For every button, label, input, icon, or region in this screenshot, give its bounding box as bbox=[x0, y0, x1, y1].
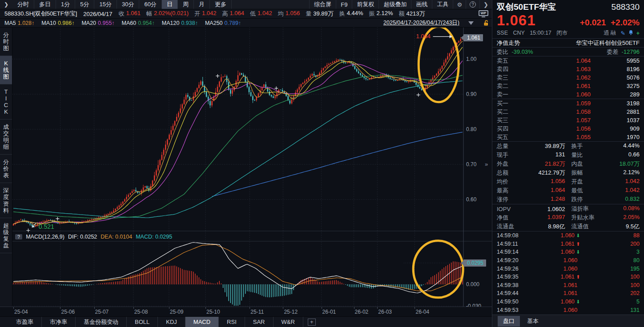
left-sidebar: 分时图K线图TICK成交明细分价表深度资料超级复盘 bbox=[0, 28, 12, 307]
indicator-tab-W&R[interactable]: W&R bbox=[274, 317, 303, 327]
event-marker bbox=[417, 93, 420, 97]
period-tab-30分[interactable]: 30分 bbox=[117, 0, 139, 9]
nav-row[interactable]: 净值走势 华宝中证科创创业50ETF bbox=[492, 38, 644, 47]
indicator-tab-RSI[interactable]: RSI bbox=[219, 317, 245, 327]
order-price: 1.056 bbox=[508, 125, 591, 132]
stat-row: 均价1.056开盘1.042 bbox=[492, 177, 644, 186]
order-price: 1.063 bbox=[508, 66, 591, 72]
alert-bell-icon[interactable] bbox=[628, 30, 633, 36]
period-tab-60分[interactable]: 60分 bbox=[139, 0, 161, 9]
sidebar-item-深度资料[interactable]: 深度资料 bbox=[0, 183, 12, 218]
sidebar-item-分时图[interactable]: 分时图 bbox=[0, 28, 12, 56]
indicator-tab-BOLL[interactable]: BOLL bbox=[127, 317, 158, 327]
range-dropdown-icon[interactable] bbox=[468, 21, 474, 25]
add-watchlist-icon[interactable]: + bbox=[636, 30, 640, 36]
menu-expand-icon[interactable]: ❯ bbox=[479, 0, 492, 9]
info-field: 振2.12% bbox=[369, 10, 393, 18]
period-menu: 分时多日1分5分15分30分60分日周月更多 bbox=[12, 0, 232, 9]
stat-row: 流通盘8.98亿流通值9.5亿 bbox=[492, 222, 644, 231]
order-volume: 8196 bbox=[608, 66, 640, 72]
menu-item-画线[interactable]: 画线 bbox=[411, 0, 432, 9]
period-tab-月[interactable]: 月 bbox=[194, 0, 210, 9]
period-tab-15分[interactable]: 15分 bbox=[94, 0, 117, 9]
tick-price: 1.060 bbox=[528, 307, 613, 313]
sidebar-item-分价表[interactable]: 分价表 bbox=[0, 155, 12, 183]
menu-item-前复权[interactable]: 前复权 bbox=[352, 0, 378, 9]
period-tab-日[interactable]: 日 bbox=[162, 0, 178, 9]
period-tab-周[interactable]: 周 bbox=[178, 0, 194, 9]
stat-row: 现手131量比0.66 bbox=[492, 151, 644, 160]
indicator-tab-SAR[interactable]: SAR bbox=[245, 317, 274, 327]
panel-collapse-handle[interactable]: » bbox=[485, 161, 488, 167]
weibi-value: -39.03% bbox=[511, 48, 533, 55]
symbol-info-bar: 588330.SH[双创50ETF华宝] 2026/04/17 收1.061幅2… bbox=[0, 9, 492, 19]
buy-row: 买四1.056909 bbox=[492, 124, 644, 133]
sidebar-item-成交明细[interactable]: 成交明细 bbox=[0, 120, 12, 155]
indicator-tab-KDJ[interactable]: KDJ bbox=[158, 317, 185, 327]
indicator-tab-市盈率[interactable]: 市盈率 bbox=[8, 317, 42, 327]
info-value: 1.042 bbox=[258, 10, 272, 18]
order-volume: 3198 bbox=[608, 100, 640, 107]
period-tab-1分[interactable]: 1分 bbox=[56, 0, 75, 9]
info-value: 1.042 bbox=[202, 10, 217, 18]
panel-tab-bar: 盘口基本 bbox=[492, 315, 644, 327]
edit-pencil-icon[interactable]: ✎ bbox=[620, 30, 625, 36]
dea-value: DEA: 0.0104 bbox=[101, 234, 132, 240]
help-icon[interactable]: ? bbox=[466, 0, 479, 9]
order-volume: 5955 bbox=[608, 57, 640, 64]
macd-tick-label: 0.000 bbox=[466, 281, 479, 287]
period-tab-分时[interactable]: 分时 bbox=[12, 0, 34, 9]
stat-row: 最高1.064最低1.042 bbox=[492, 186, 644, 195]
x-axis-label: 25-12 bbox=[284, 309, 298, 315]
panel-tab-盘口[interactable]: 盘口 bbox=[498, 316, 520, 327]
security-code: 588330 bbox=[612, 2, 640, 12]
tick-volume: 5 bbox=[613, 299, 640, 305]
tools-menu: 综合屏F9前复权超级叠加画线工具 bbox=[309, 0, 453, 9]
kline-plot-area[interactable]: 1.0640.521 1.000.900.800.700.600.000-0.0… bbox=[12, 28, 492, 307]
stat-value: 2.05% bbox=[623, 214, 640, 222]
menu-collapse-icon[interactable]: ❯ bbox=[0, 1, 12, 8]
ma-item-MA5: MA51.028↑ bbox=[4, 20, 34, 26]
tick-list[interactable]: 14:59:081.060 ⬇8814:59:111.061 ⬆20014:59… bbox=[492, 231, 644, 314]
tick-volume: 88 bbox=[613, 232, 640, 239]
order-price: 1.055 bbox=[508, 134, 591, 140]
add-indicator-button[interactable]: + bbox=[308, 319, 316, 326]
x-axis-label: 25-09 bbox=[170, 309, 184, 315]
panel-tab-基本[interactable]: 基本 bbox=[522, 316, 544, 327]
x-axis-label: 25-11 bbox=[250, 309, 264, 315]
indicator-tab-基金份额变动[interactable]: 基金份额变动 bbox=[76, 317, 127, 327]
date-range-selector[interactable]: 2025/04/17-2026/04/17(243日) bbox=[383, 19, 459, 27]
stat-row: IOPV1.0602溢折率0.08% bbox=[492, 204, 644, 213]
indicator-tab-MACD[interactable]: MACD bbox=[185, 317, 219, 327]
order-price: 1.058 bbox=[508, 108, 591, 115]
order-volume: 909 bbox=[608, 125, 640, 132]
indicator-tab-市净率[interactable]: 市净率 bbox=[42, 317, 76, 327]
tick-row: 14:59:081.060 ⬇88 bbox=[492, 231, 644, 240]
sidebar-item-K线图[interactable]: K线图 bbox=[0, 56, 12, 84]
menu-item-综合屏[interactable]: 综合屏 bbox=[309, 0, 336, 9]
period-tab-多日[interactable]: 多日 bbox=[34, 0, 56, 9]
sidebar-item-TICK[interactable]: TICK bbox=[0, 84, 12, 120]
quote-header: 双创50ETF华宝 588330 1.061 +0.021 +2.02% SSE… bbox=[492, 0, 644, 38]
wp-monitor-icon[interactable]: WP bbox=[479, 10, 488, 17]
event-marker bbox=[274, 87, 278, 90]
menu-item-F9[interactable]: F9 bbox=[336, 0, 352, 9]
sidebar-item-超级复盘[interactable]: 超级复盘 bbox=[0, 218, 12, 253]
stat-value: 18.07万 bbox=[619, 160, 640, 168]
tick-time: 14:59:20 bbox=[497, 257, 528, 263]
unlock-icon[interactable] bbox=[483, 20, 489, 26]
settings-gear-icon[interactable]: ⚙ bbox=[453, 0, 466, 9]
menu-item-超级叠加[interactable]: 超级叠加 bbox=[378, 0, 411, 9]
menu-item-工具[interactable]: 工具 bbox=[432, 0, 453, 9]
indicator-help-icon[interactable]: ? bbox=[15, 234, 22, 239]
tick-price: 1.061 ⬆ bbox=[528, 241, 613, 247]
tick-price: 1.060 bbox=[528, 257, 613, 263]
stat-row: 总量39.89万换手4.44% bbox=[492, 142, 644, 151]
chart-zone: 分时图K线图TICK成交明细分价表深度资料超级复盘 1.0640.521 1.0… bbox=[0, 28, 492, 307]
stat-row: 外盘21.82万内盘18.07万 bbox=[492, 160, 644, 168]
info-field: 换4.44% bbox=[339, 10, 363, 18]
tick-time: 14:59:14 bbox=[497, 249, 528, 255]
period-tab-更多[interactable]: 更多 bbox=[210, 0, 232, 9]
quote-panel: 双创50ETF华宝 588330 1.061 +0.021 +2.02% SSE… bbox=[492, 0, 644, 327]
period-tab-5分[interactable]: 5分 bbox=[75, 0, 94, 9]
